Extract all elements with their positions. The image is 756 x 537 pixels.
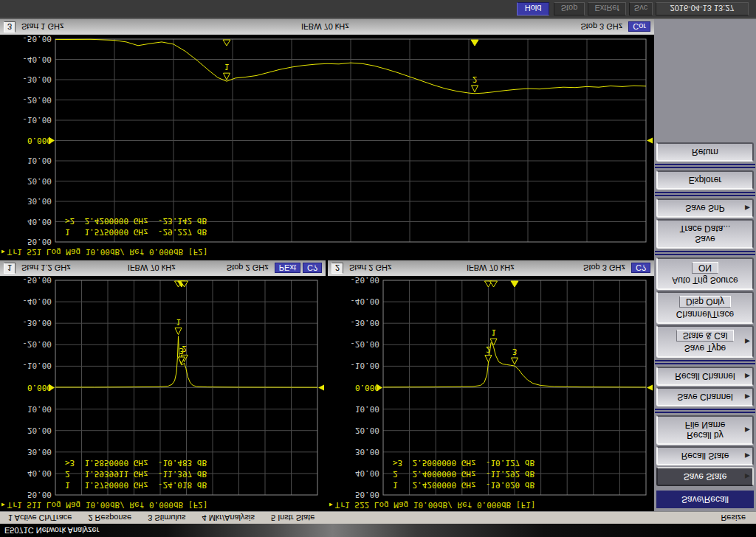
marker-2-icon [472,86,478,92]
softkey-save[interactable]: SaveTrace Data... [656,219,754,249]
submenu-arrow-icon: ▶ [745,373,750,380]
y-axis-tick: -50.00 [22,35,52,44]
y-axis-tick: -10.00 [350,361,379,370]
marker-2-label: 2 [472,75,478,84]
menu-stimulus[interactable]: 3 Stimulus [140,513,193,522]
submenu-arrow-icon: ▶ [745,452,750,460]
ref-level-pointer-icon [377,384,382,392]
marker-3-label: 3 [512,347,518,356]
softkey-panel: Save/Recall Save State▶Recall State▶Reca… [654,19,756,511]
marker-readout: 1 2.4200000 GHz -19.020 dB 2 2.4000000 G… [393,457,535,491]
y-axis-tick: 20.00 [355,426,379,435]
instrument-status-bar: Hold Stop ExtRef Svc 2016-04-13 13:27 [0,0,756,19]
y-axis-tick: 10.00 [27,404,52,414]
softkey-return[interactable]: Return [656,142,754,162]
active-marker-edge-indicator-icon [471,40,478,46]
stop-frequency: Stop 2 GHz [227,264,269,273]
channel-2-chart[interactable]: 50.0040.0030.0020.0010.000.000-10.00-20.… [328,276,654,499]
menu-instr-state[interactable]: 5 Instr State [263,513,323,522]
softkey-save-type[interactable]: Save TypeState & Cal▶ [656,325,754,358]
channel-3-chart[interactable]: 50.0040.0030.0020.0010.000.000-10.00-20.… [0,35,654,246]
ref-level-pointer-right-icon [647,385,653,391]
marker-3-icon [512,358,518,364]
menu-active-ch-trace[interactable]: 1 Active Ch/Trace [0,513,80,522]
marker-edge-indicator-icon [490,281,498,287]
submenu-arrow-icon: ▶ [745,426,750,434]
y-axis-tick: 10.00 [27,156,52,165]
softkey-group-separator [655,192,755,196]
menu-mkr-analysis[interactable]: 4 Mkr/Analysis [193,513,263,522]
trigger-state-hold[interactable]: Hold [517,2,549,15]
status-svc: Svc [629,2,653,15]
channel-3-stimulus-bar: 3 Start 1 GHz IFBW 70 kHz Stop 3 GHz Cor [0,19,654,35]
active-marker-edge-indicator-icon [511,281,518,287]
softkey-save-channel[interactable]: Save Channel▶ [656,387,754,406]
badge-pext: PExt [275,263,300,274]
correction-badges: Cor [626,22,650,32]
softkey-recall-channel[interactable]: Recall Channel▶ [656,367,754,386]
y-axis-tick: -50.00 [22,276,52,285]
softkey-menu-title: Save/Recall [656,491,754,508]
y-axis-tick: -20.00 [22,339,52,349]
y-axis-tick: -20.00 [22,95,52,105]
channel-1-chart[interactable]: 50.0040.0030.0020.0010.000.000-10.00-20.… [0,276,326,499]
marker-1-label: 1 [491,328,496,337]
marker-1-label: 1 [224,62,230,72]
resize-button[interactable]: Resize [710,513,756,522]
y-axis-tick: 30.00 [27,196,52,206]
submenu-arrow-icon: ▶ [745,204,750,212]
marker-2-label: 2 [486,344,491,354]
active-trace-icon: ▶ [1,502,5,508]
window-title: E5071C Network Analyzer [4,526,99,535]
ref-level-pointer-right-icon [318,385,324,391]
y-axis-tick: -40.00 [22,297,52,306]
ifbw-label: IFBW 70 kHz [69,23,580,32]
channel-1-stimulus-bar: 1 Start 1.2 GHz IFBW 70 kHz Stop 2 GHz P… [0,260,326,276]
ref-level-pointer-right-icon [647,138,653,144]
main-area: ▶Tr1 S11 Log Mag 10.00dB/ Ref 0.000dB [F… [0,19,756,511]
softkey-channel-trace[interactable]: Channel/TraceDisp Only [656,291,754,324]
channel-number-badge: 3 [4,21,16,32]
softkey-group-separator [655,251,755,255]
y-axis-tick: -20.00 [350,339,379,349]
ref-level-pointer-icon [49,137,55,145]
softkey-save-state[interactable]: Save State▶ [656,467,754,486]
y-axis-tick: 40.00 [355,468,379,478]
y-axis-tick: 50.00 [355,490,379,499]
graticule: 50.0040.0030.0020.0010.000.000-10.00-20.… [0,35,654,246]
softkey-auto-trig-source[interactable]: Auto Trig SourceON [656,257,754,290]
status-stop: Stop [554,2,585,15]
channel-number-badge: 2 [331,263,343,274]
marker-1-label: 1 [176,317,181,327]
marker-1-icon [224,73,230,80]
y-axis-tick: 0.000 [27,383,52,392]
y-axis-tick: -30.00 [350,318,379,328]
start-frequency: Start 2 GHz [349,264,391,273]
stop-frequency: Stop 3 GHz [580,23,622,32]
menu-response[interactable]: 2 Response [80,513,140,522]
y-axis-tick: 50.00 [27,237,52,246]
ifbw-label: IFBW 70 kHz [77,264,227,273]
active-trace-icon: ▶ [1,249,5,255]
softkey-explorer[interactable]: Explorer [656,170,754,190]
channel-2-trace-status[interactable]: ▶Tr1 S22 Log Mag 10.00dB/ Ref 0.000dB [F… [328,499,654,511]
start-frequency: Start 1 GHz [21,23,63,32]
marker-1-icon [175,328,182,335]
submenu-arrow-icon: ▶ [745,473,750,480]
marker-2-icon [485,356,492,362]
softkey-save-snp[interactable]: Save SnP▶ [656,198,754,218]
marker-readout: 1 1.5750000 GHz -29.227 dB >2 2.4200000 … [65,215,207,238]
marker-readout: 1 1.5750000 GHz -24.018 dB 2 1.5939911 G… [65,457,207,491]
stop-frequency: Stop 3 GHz [583,264,625,273]
start-frequency: Start 1.2 GHz [21,264,71,273]
channel-3-trace-status[interactable]: ▶Tr1 S21 Log Mag 10.00dB/ Ref 0.000dB [F… [0,246,654,258]
channel-1-trace-status[interactable]: ▶Tr1 S11 Log Mag 10.00dB/ Ref 0.000dB [F… [0,499,326,511]
softkey-recall-by[interactable]: Recall byFile Name▶ [656,415,754,445]
channel-3-window: ▶Tr1 S21 Log Mag 10.00dB/ Ref 0.000dB [F… [0,19,654,258]
softkey-group-separator [655,360,755,364]
y-axis-tick: 10.00 [355,404,379,414]
softkey-recall-state[interactable]: Recall State▶ [656,446,754,465]
title-bar: E5071C Network Analyzer [0,524,756,537]
channel-2-window: ▶Tr1 S22 Log Mag 10.00dB/ Ref 0.000dB [F… [328,260,654,511]
y-axis-tick: -10.00 [22,361,52,370]
